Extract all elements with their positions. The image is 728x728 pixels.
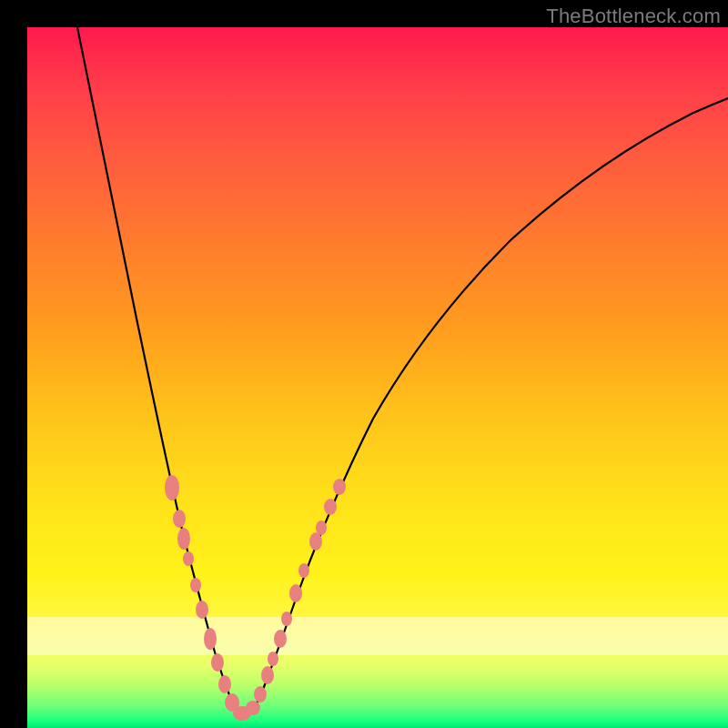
outer-frame: TheBottleneck.com	[0, 0, 728, 728]
plot-area	[27, 27, 728, 728]
background-gradient	[27, 27, 728, 728]
watermark-text: TheBottleneck.com	[546, 5, 721, 28]
